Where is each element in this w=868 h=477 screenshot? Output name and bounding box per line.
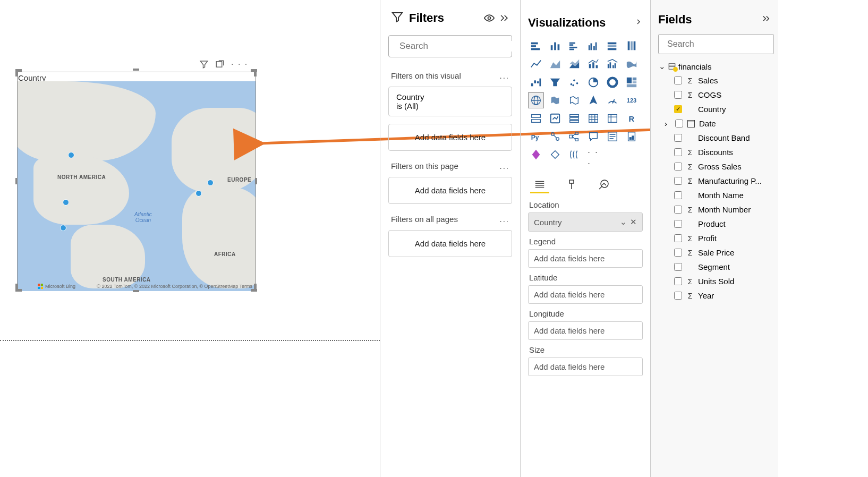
filter-icon[interactable]: [199, 59, 209, 69]
decomposition-tree-icon[interactable]: [566, 129, 582, 144]
key-influencers-icon[interactable]: [547, 129, 563, 144]
field-item[interactable]: ΣYear: [658, 288, 778, 303]
eye-icon[interactable]: [484, 13, 495, 23]
map-data-point[interactable]: [68, 152, 74, 158]
checkbox[interactable]: [674, 76, 682, 84]
multi-row-card-icon[interactable]: [528, 110, 544, 126]
card-icon[interactable]: 123: [624, 92, 640, 108]
chevron-down-icon[interactable]: ⌄: [658, 62, 666, 71]
field-item[interactable]: Product: [658, 217, 778, 231]
collapse-icon[interactable]: [499, 13, 509, 23]
field-item[interactable]: ΣCOGS: [658, 88, 778, 102]
checkbox[interactable]: [674, 177, 682, 185]
line-clustered-column-icon[interactable]: [605, 56, 620, 72]
section-more-icon[interactable]: ...: [499, 215, 509, 224]
stacked-bar-chart-icon[interactable]: [528, 38, 544, 54]
power-automate-icon[interactable]: [547, 147, 563, 163]
slicer-icon[interactable]: [566, 110, 582, 126]
clustered-bar-chart-icon[interactable]: [566, 38, 582, 54]
map-icon[interactable]: [528, 92, 544, 108]
line-stacked-column-icon[interactable]: [585, 56, 601, 72]
field-item[interactable]: ✓Country: [658, 102, 778, 116]
field-item[interactable]: ΣProfit: [658, 231, 778, 245]
map-data-point[interactable]: [195, 190, 202, 197]
checkbox[interactable]: [675, 120, 683, 127]
checkbox[interactable]: [674, 277, 682, 285]
kpi-icon[interactable]: [547, 110, 563, 126]
analytics-tab[interactable]: [594, 176, 613, 193]
filter-card-country[interactable]: Country is (All): [388, 87, 512, 116]
donut-chart-icon[interactable]: [605, 74, 620, 90]
map-data-point[interactable]: [60, 225, 66, 231]
chevron-right-icon[interactable]: ›: [665, 119, 671, 128]
ribbon-chart-icon[interactable]: [624, 56, 640, 72]
area-chart-icon[interactable]: [547, 56, 563, 72]
more-options-icon[interactable]: · · ·: [231, 59, 248, 69]
format-tab[interactable]: [562, 176, 581, 193]
filters-search[interactable]: [388, 35, 512, 57]
arcgis-maps-icon[interactable]: [566, 147, 582, 163]
stacked-area-chart-icon[interactable]: [566, 56, 582, 72]
resize-handle[interactable]: [133, 69, 139, 71]
python-visual-icon[interactable]: Py: [528, 129, 544, 144]
field-item[interactable]: Discount Band: [658, 131, 778, 145]
field-item[interactable]: ΣGross Sales: [658, 159, 778, 174]
attribution-terms-link[interactable]: Terms: [240, 284, 253, 289]
attribution-osm-link[interactable]: © OpenStreetMap: [199, 284, 238, 289]
filter-dropzone-all[interactable]: Add data fields here: [388, 230, 512, 257]
r-visual-icon[interactable]: R: [624, 110, 640, 126]
checkbox[interactable]: [674, 191, 682, 199]
checkbox[interactable]: [674, 220, 682, 228]
filters-search-input[interactable]: [399, 41, 512, 52]
well-latitude[interactable]: Add data fields here: [528, 285, 643, 304]
more-visuals-icon[interactable]: · · ·: [585, 147, 601, 169]
line-chart-icon[interactable]: [528, 56, 544, 72]
funnel-chart-icon[interactable]: [547, 74, 563, 90]
section-more-icon[interactable]: ...: [499, 161, 509, 171]
checkbox[interactable]: [674, 206, 682, 214]
matrix-icon[interactable]: [605, 110, 620, 126]
remove-field-icon[interactable]: ✕: [630, 217, 637, 227]
section-more-icon[interactable]: ...: [499, 71, 509, 80]
field-item[interactable]: ΣDiscounts: [658, 145, 778, 159]
checkbox[interactable]: [674, 292, 682, 300]
resize-handle[interactable]: [133, 290, 139, 292]
field-item[interactable]: ΣManufacturing P...: [658, 174, 778, 188]
field-item[interactable]: ›Date: [658, 116, 778, 131]
power-apps-icon[interactable]: [528, 147, 544, 163]
well-longitude[interactable]: Add data fields here: [528, 321, 643, 340]
fields-search-input[interactable]: [667, 39, 773, 49]
checkbox[interactable]: [674, 91, 682, 99]
chevron-down-icon[interactable]: ⌄: [620, 217, 627, 227]
field-item[interactable]: ΣSales: [658, 73, 778, 88]
resize-handle[interactable]: [15, 178, 18, 184]
well-legend[interactable]: Add data fields here: [528, 249, 643, 268]
field-item[interactable]: ΣMonth Number: [658, 202, 778, 217]
filter-dropzone-visual[interactable]: Add data fields here: [388, 124, 512, 151]
stacked-column-chart-icon[interactable]: [547, 38, 563, 54]
smart-narrative-icon[interactable]: [605, 129, 620, 144]
pie-chart-icon[interactable]: [585, 74, 601, 90]
collapse-icon[interactable]: [761, 14, 771, 25]
checkbox[interactable]: [674, 134, 682, 142]
map-background[interactable]: NORTH AMERICA SOUTH AMERICA EUROPE AFRIC…: [18, 81, 256, 291]
map-data-point[interactable]: [207, 180, 214, 186]
resize-handle[interactable]: [255, 178, 257, 184]
waterfall-chart-icon[interactable]: [528, 74, 544, 90]
checkbox[interactable]: [674, 263, 682, 271]
table-icon[interactable]: [585, 110, 601, 126]
well-location[interactable]: Country ⌄ ✕: [528, 212, 643, 232]
checkbox[interactable]: [674, 234, 682, 242]
paginated-report-icon[interactable]: [624, 129, 640, 144]
map-data-point[interactable]: [63, 199, 69, 206]
checkbox[interactable]: [674, 163, 682, 171]
filled-map-icon[interactable]: [547, 92, 563, 108]
fields-search[interactable]: [658, 34, 774, 54]
treemap-icon[interactable]: [624, 74, 640, 90]
well-size[interactable]: Add data fields here: [528, 357, 643, 376]
table-node-financials[interactable]: ⌄ financials: [658, 59, 778, 73]
clustered-column-chart-icon[interactable]: [585, 38, 601, 54]
field-item[interactable]: ΣUnits Sold: [658, 274, 778, 288]
hundred-stacked-bar-icon[interactable]: [605, 38, 620, 54]
azure-map-icon[interactable]: [585, 92, 601, 108]
